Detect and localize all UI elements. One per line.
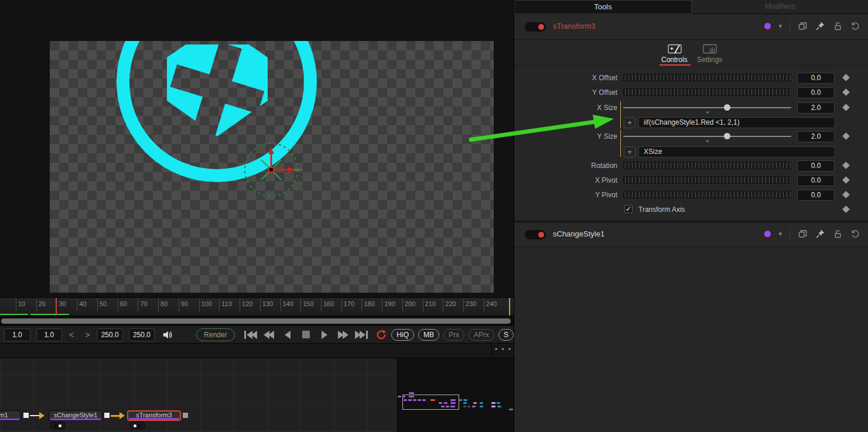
node-connection-selected[interactable]: [111, 415, 119, 417]
quality-button-mb[interactable]: MB: [418, 329, 439, 341]
render-start-field[interactable]: 1.0: [36, 328, 62, 341]
node-connection[interactable]: [30, 415, 39, 416]
copy-icon[interactable]: [798, 229, 808, 239]
x-pivot-value[interactable]: 0.0: [797, 175, 835, 186]
keyframe-indicator[interactable]: [130, 422, 145, 429]
y-size-expression-field[interactable]: XSize: [638, 146, 835, 157]
fast-rewind-button[interactable]: [262, 329, 275, 341]
copy-icon[interactable]: [798, 21, 808, 31]
y-offset-slider[interactable]: [623, 88, 791, 96]
rotation-slider[interactable]: [623, 162, 791, 169]
y-pivot-slider[interactable]: [623, 191, 791, 198]
ruler-tick-label: 130: [262, 300, 273, 307]
render-button[interactable]: Render: [196, 328, 235, 341]
output-connector[interactable]: [104, 413, 110, 418]
x-size-expression-field[interactable]: iif(sChangeStyle1.Red <1, 2,1): [638, 117, 835, 128]
keyframe-diamond-icon[interactable]: [842, 74, 850, 81]
node-enable-toggle[interactable]: [525, 230, 546, 239]
goto-start-button[interactable]: [244, 329, 257, 341]
step-back-button[interactable]: [281, 329, 294, 341]
ruler-tick: [138, 299, 138, 311]
lock-icon[interactable]: [833, 21, 843, 31]
history-icon[interactable]: [850, 229, 860, 239]
history-icon[interactable]: [850, 21, 860, 31]
keyframe-diamond-icon[interactable]: [842, 132, 850, 140]
keyframe-indicator[interactable]: [50, 422, 65, 429]
ruler-tick-label: 240: [486, 300, 497, 307]
inspector-panel: Tools Modifiers sTransform3 ▾: [514, 0, 868, 432]
keyframe-diamond-icon[interactable]: [842, 205, 850, 213]
y-size-value[interactable]: 2.0: [797, 131, 835, 142]
minimap-node-dash: [398, 396, 401, 397]
quality-button-hiq[interactable]: HiQ: [391, 329, 414, 341]
y-offset-value[interactable]: 0.0: [797, 87, 835, 98]
expression-add-button[interactable]: +: [624, 117, 635, 128]
chevron-down-icon[interactable]: ▾: [778, 230, 782, 238]
prev-key-button[interactable]: <: [67, 330, 76, 340]
fast-forward-button[interactable]: [336, 329, 350, 341]
render-end-field[interactable]: 250.0: [97, 328, 122, 341]
horizontal-scrollbar[interactable]: [0, 316, 514, 325]
controls-tab-icon[interactable]: [668, 43, 683, 54]
rotation-value[interactable]: 0.0: [797, 160, 835, 172]
node-header-schangestyle1[interactable]: sChangeStyle1 ▾: [514, 222, 868, 247]
output-connector[interactable]: [183, 413, 188, 418]
x-pivot-slider[interactable]: [623, 176, 791, 184]
next-key-button[interactable]: >: [83, 330, 91, 340]
global-start-field[interactable]: 1.0: [4, 328, 30, 341]
settings-tab-icon[interactable]: [703, 43, 718, 54]
x-offset-slider[interactable]: [623, 74, 791, 81]
node-stransform3[interactable]: sTransform3: [127, 410, 181, 421]
viewer-canvas[interactable]: [50, 41, 494, 293]
toggle-knob: [538, 24, 544, 30]
y-pivot-value[interactable]: 0.0: [797, 190, 835, 201]
transform-axis-checkbox[interactable]: ✓: [624, 205, 633, 213]
x-offset-value[interactable]: 0.0: [797, 73, 835, 84]
tab-modifiers[interactable]: Modifiers: [692, 0, 868, 14]
x-size-slider[interactable]: [623, 107, 791, 108]
expression-add-button[interactable]: +: [624, 146, 635, 157]
quality-button-s[interactable]: S: [498, 329, 514, 341]
pin-icon[interactable]: [815, 229, 825, 239]
node-graph-minimap[interactable]: [397, 358, 514, 432]
keyframe-diamond-icon[interactable]: [842, 88, 850, 96]
keyframe-diamond-icon[interactable]: [842, 191, 850, 198]
timeline-ruler[interactable]: 1020304050607080901001101201301401501601…: [0, 297, 514, 316]
node-color-swatch[interactable]: [764, 231, 771, 237]
x-size-value[interactable]: 2.0: [797, 102, 835, 114]
stop-button[interactable]: [299, 329, 313, 341]
y-size-slider-thumb[interactable]: [724, 133, 730, 139]
y-size-slider[interactable]: [623, 136, 791, 137]
playhead[interactable]: [56, 298, 57, 316]
x-size-slider-thumb[interactable]: [724, 104, 730, 111]
tab-settings[interactable]: Settings: [697, 56, 722, 64]
quality-button-aprx[interactable]: APrx: [469, 329, 494, 341]
node-enable-toggle[interactable]: [525, 22, 546, 32]
node-stransform1[interactable]: orm1: [0, 410, 21, 421]
keyframe-diamond-icon[interactable]: [842, 104, 850, 111]
transform-gizmo[interactable]: [234, 135, 310, 205]
tab-controls[interactable]: Controls: [661, 56, 688, 64]
minimap-node-dash: [409, 392, 414, 394]
play-button[interactable]: [317, 329, 331, 341]
more-options-button[interactable]: • • •: [495, 345, 512, 354]
pin-icon[interactable]: [815, 21, 825, 31]
tab-tools[interactable]: Tools: [514, 0, 692, 14]
audio-icon[interactable]: [162, 330, 174, 340]
minimap-node-dash: [459, 399, 462, 401]
global-end-field[interactable]: 250.0: [129, 328, 155, 341]
keyframe-diamond-icon[interactable]: [842, 176, 850, 184]
chevron-down-icon[interactable]: ▾: [778, 22, 782, 30]
node-schangestyle1[interactable]: sChangeStyle1: [49, 410, 102, 421]
scrollbar-thumb[interactable]: [1, 318, 511, 324]
quality-button-prx[interactable]: Prx: [443, 329, 464, 341]
viewer-panel[interactable]: [0, 0, 514, 297]
loop-icon[interactable]: [375, 328, 387, 341]
goto-end-button[interactable]: [354, 329, 368, 341]
keyframe-diamond-icon[interactable]: [842, 162, 850, 169]
node-color-swatch[interactable]: [764, 23, 771, 29]
output-connector[interactable]: [23, 413, 29, 418]
node-header-stransform3[interactable]: sTransform3 ▾: [514, 15, 868, 39]
lock-icon[interactable]: [833, 229, 843, 239]
param-row-y-offset: Y Offset 0.0: [514, 85, 868, 100]
